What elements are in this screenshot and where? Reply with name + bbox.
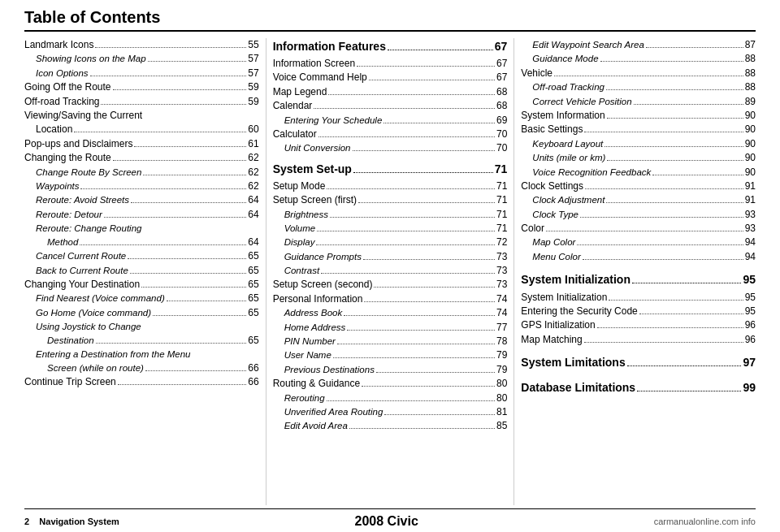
dots	[134, 146, 246, 147]
list-item: Vehicle88	[521, 67, 756, 80]
dots	[327, 400, 495, 401]
list-item: Find Nearest (Voice command)65	[24, 292, 259, 305]
dots	[384, 414, 495, 415]
entry-text: Edit Avoid Area	[284, 419, 348, 433]
entry-text: Setup Mode	[273, 179, 326, 193]
dots	[353, 150, 495, 151]
page-num: 68	[496, 99, 507, 113]
dots	[113, 89, 247, 90]
dots	[128, 258, 246, 259]
si-page: 95	[743, 270, 756, 288]
entry-text: Information Screen	[273, 57, 355, 71]
page-num: 65	[248, 306, 258, 320]
page-num: 61	[248, 137, 258, 151]
entry-text: Find Nearest (Voice command)	[36, 292, 165, 305]
list-item: Viewing/Saving the Current	[24, 109, 259, 123]
list-item: Using Joystick to Change	[24, 320, 259, 334]
dots	[333, 357, 495, 358]
entry-text: Home Address	[284, 321, 346, 335]
list-item: GPS Initialization96	[521, 318, 756, 332]
dots	[604, 146, 743, 147]
entry-text: PIN Number	[284, 335, 336, 348]
page-num: 90	[745, 151, 756, 165]
list-item: Display72	[273, 236, 508, 249]
footer-right: carmanualonline.com info	[654, 517, 756, 526]
section-header-info-text: Information Features	[273, 38, 386, 55]
page-num: 73	[496, 278, 507, 292]
section-header-info-page: 67	[495, 38, 508, 55]
dots	[321, 273, 495, 274]
entry-text: Map Matching	[521, 333, 582, 347]
page-num: 62	[248, 166, 258, 179]
dots	[607, 160, 743, 161]
dots	[388, 50, 493, 50]
page-num: 71	[496, 222, 507, 236]
dots	[131, 202, 246, 203]
page-num: 96	[745, 333, 756, 347]
entry-text: Volume	[284, 222, 316, 236]
dots	[585, 188, 743, 189]
entry-text: Entering a Destination from the Menu	[36, 348, 191, 361]
entry-text: Cancel Current Route	[36, 249, 126, 263]
entry-text: Destination	[47, 334, 94, 348]
page-num: 62	[248, 151, 258, 165]
section-system-init-header: System Initialization 95	[521, 270, 756, 288]
list-item: Calendar68	[273, 99, 508, 113]
page-num: 60	[248, 123, 258, 136]
list-item: Unit Conversion70	[273, 141, 508, 155]
list-item: Edit Avoid Area85	[273, 419, 508, 433]
dots	[634, 104, 743, 105]
entry-text: Setup Screen (first)	[273, 193, 357, 207]
dots	[349, 428, 495, 429]
dots	[317, 231, 495, 231]
list-item: Entering the Security Code95	[521, 305, 756, 318]
page-num: 88	[745, 52, 756, 66]
entry-text: Voice Recognition Feedback	[532, 166, 651, 179]
dots	[74, 132, 246, 132]
list-item: Go Home (Voice command)65	[24, 306, 259, 320]
list-item: Map Color94	[521, 236, 756, 249]
dots	[597, 327, 743, 328]
page-num: 79	[496, 363, 507, 377]
dots	[364, 301, 495, 302]
list-item: Information Screen67	[273, 57, 508, 71]
page-num: 79	[496, 348, 507, 362]
entry-text: Reroute: Avoid Streets	[36, 193, 129, 207]
entry-text: Brightness	[284, 208, 328, 222]
page-num: 64	[248, 193, 258, 207]
section-db-lim-header: Database Limitations99	[521, 378, 756, 396]
dots	[362, 386, 495, 387]
dots	[577, 244, 743, 245]
page-num: 67	[496, 71, 507, 84]
page-num: 90	[745, 166, 756, 179]
page-num: 73	[496, 250, 507, 264]
list-item: Screen (while on route)66	[24, 361, 259, 375]
section-system-lim-header: System Limitations 97	[521, 353, 756, 371]
footer-page-num: 2	[24, 517, 29, 526]
entry-text: Calculator	[273, 128, 317, 141]
list-item: Color93	[521, 222, 756, 236]
page-container: Table of Contents Landmark Icons55Showin…	[0, 0, 780, 532]
dots	[347, 330, 495, 331]
dots	[600, 61, 743, 62]
dl-text: Database Limitations	[521, 378, 635, 396]
page-num: 55	[248, 38, 258, 52]
dots	[130, 273, 247, 274]
list-item: Unverified Area Routing81	[273, 405, 508, 419]
dots	[316, 244, 495, 245]
page-num: 77	[496, 321, 507, 335]
page-num: 62	[248, 179, 258, 193]
list-item: Cancel Current Route65	[24, 249, 259, 263]
dots	[384, 123, 495, 123]
list-item: Personal Information74	[273, 292, 508, 306]
list-item: Brightness71	[273, 208, 508, 222]
dots	[148, 61, 247, 62]
si-text: System Initialization	[521, 270, 630, 288]
dots	[96, 343, 247, 344]
entry-text: Back to Current Route	[36, 264, 128, 278]
entry-text: Using Joystick to Change	[36, 320, 141, 334]
page-num: 70	[496, 141, 507, 155]
page-num: 80	[496, 391, 507, 405]
entry-text: Correct Vehicle Position	[532, 95, 631, 109]
page-num: 89	[745, 95, 756, 109]
